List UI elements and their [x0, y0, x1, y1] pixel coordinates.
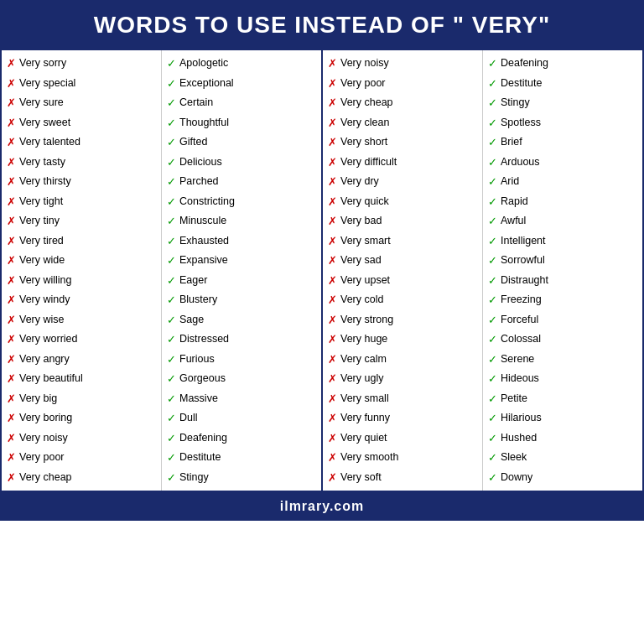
item-text: Gifted [179, 134, 207, 150]
item-text: Very willing [19, 273, 72, 288]
x-icon: ✗ [7, 449, 16, 466]
item-text: Massive [179, 391, 218, 407]
item-text: Spotless [501, 115, 541, 131]
x-icon: ✗ [7, 115, 16, 132]
item-text: Very smart [340, 233, 391, 249]
x-icon: ✗ [7, 174, 16, 190]
list-item: ✓Brief [485, 132, 641, 153]
item-text: Very funny [340, 410, 390, 426]
list-item: ✗Very thirsty [3, 172, 159, 192]
item-text: Very sad [340, 252, 382, 268]
list-item: ✓Petite [485, 389, 641, 409]
list-item: ✓Minuscule [164, 211, 319, 231]
list-item: ✗Very wise [3, 310, 159, 330]
item-text: Very noisy [19, 430, 68, 446]
check-icon: ✓ [167, 233, 176, 250]
check-icon: ✓ [167, 194, 176, 210]
list-item: ✗Very strong [325, 310, 480, 330]
list-item: ✓Awful [485, 211, 641, 231]
list-item: ✓Destitute [164, 448, 319, 468]
list-item: ✗Very funny [325, 408, 480, 428]
item-text: Expansive [179, 252, 228, 268]
list-item: ✗Very worried [3, 330, 159, 350]
x-icon: ✗ [7, 273, 16, 289]
check-icon: ✓ [488, 391, 497, 408]
list-item: ✗Very huge [325, 330, 480, 350]
list-item: ✓Intelligent [485, 231, 641, 252]
list-item: ✗Very windy [3, 290, 159, 310]
item-text: Certain [179, 95, 213, 111]
list-item: ✗Very wide [3, 251, 159, 271]
item-text: Very smooth [340, 449, 398, 465]
check-icon: ✓ [167, 430, 176, 447]
item-text: Exceptional [179, 75, 234, 91]
item-text: Very tight [19, 194, 63, 210]
list-item: ✗Very sweet [3, 113, 159, 133]
item-text: Sorrowful [501, 252, 545, 268]
list-item: ✓Thoughtful [164, 113, 319, 133]
item-text: Very windy [19, 292, 70, 308]
x-icon: ✗ [7, 252, 16, 269]
list-item: ✓Serene [485, 350, 641, 370]
list-item: ✓Exhausted [164, 231, 319, 252]
item-text: Very quick [340, 194, 389, 210]
item-text: Hilarious [501, 410, 542, 426]
check-icon: ✓ [488, 154, 497, 171]
list-item: ✗Very angry [3, 350, 159, 370]
x-icon: ✗ [328, 115, 337, 132]
item-text: Arid [501, 174, 519, 190]
list-item: ✗Very cheap [325, 93, 480, 113]
list-item: ✗Very upset [325, 271, 480, 291]
item-text: Downy [501, 470, 532, 486]
x-icon: ✗ [7, 292, 16, 309]
item-text: Minuscule [179, 213, 226, 229]
item-text: Dull [179, 410, 198, 426]
list-item: ✗Very difficult [325, 153, 480, 173]
list-item: ✗Very soft [325, 468, 480, 488]
check-icon: ✓ [167, 371, 176, 387]
item-text: Blustery [179, 292, 217, 308]
x-icon: ✗ [328, 134, 337, 151]
item-text: Deafening [501, 55, 548, 71]
item-text: Exhausted [179, 233, 229, 249]
item-text: Furious [179, 351, 215, 367]
item-text: Very sorry [19, 55, 66, 71]
list-item: ✓Freezing [485, 290, 641, 310]
col-left-0: ✗Very sorry✗Very special✗Very sure✗Very … [2, 50, 162, 491]
list-item: ✗Very bad [325, 211, 480, 231]
item-text: Freezing [501, 292, 542, 308]
list-item: ✓Colossal [485, 330, 641, 350]
item-text: Intelligent [501, 233, 546, 249]
item-text: Destitute [179, 449, 221, 465]
col-pair-1: ✗Very noisy✗Very poor✗Very cheap✗Very cl… [323, 50, 642, 491]
check-icon: ✓ [167, 292, 176, 309]
item-text: Very boring [19, 410, 72, 426]
check-icon: ✓ [167, 174, 176, 190]
list-item: ✗Very willing [3, 271, 159, 291]
list-item: ✓Spotless [485, 113, 641, 133]
check-icon: ✓ [488, 331, 497, 348]
item-text: Parched [179, 174, 219, 190]
list-item: ✓Hideous [485, 369, 641, 389]
check-icon: ✓ [488, 174, 497, 190]
list-item: ✗Very beautiful [3, 369, 159, 389]
item-text: Distressed [179, 331, 229, 347]
check-icon: ✓ [488, 470, 497, 486]
list-item: ✓Exceptional [164, 74, 319, 94]
list-item: ✓Gifted [164, 132, 319, 153]
list-item: ✓Sleek [485, 448, 641, 468]
list-item: ✓Apologetic [164, 54, 319, 74]
check-icon: ✓ [488, 75, 497, 92]
item-text: Very bad [340, 213, 382, 229]
check-icon: ✓ [167, 331, 176, 348]
x-icon: ✗ [7, 233, 16, 250]
x-icon: ✗ [328, 95, 337, 112]
list-item: ✗Very clean [325, 113, 480, 133]
x-icon: ✗ [328, 154, 337, 171]
x-icon: ✗ [7, 430, 16, 447]
list-item: ✗Very smooth [325, 448, 480, 468]
website-label: ilmrary.com [280, 499, 365, 513]
x-icon: ✗ [7, 213, 16, 230]
x-icon: ✗ [7, 55, 16, 72]
item-text: Serene [501, 351, 534, 367]
